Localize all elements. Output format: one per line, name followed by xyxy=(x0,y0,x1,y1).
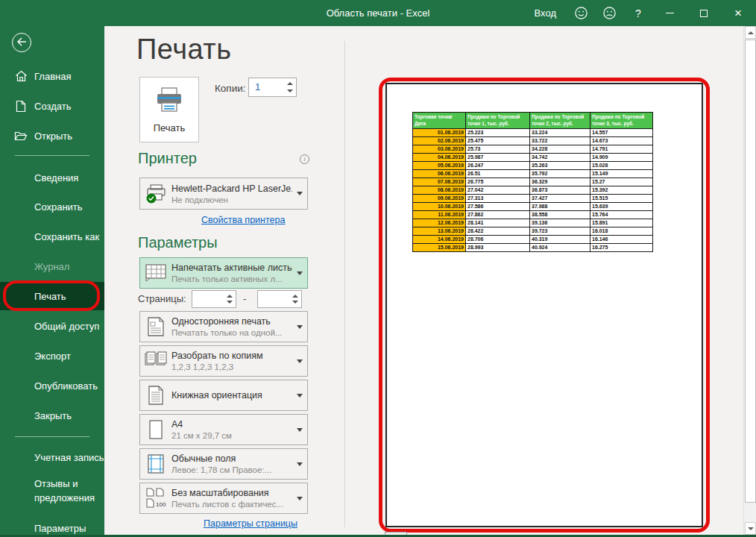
sidebar-item-publish[interactable]: Опубликовать xyxy=(0,371,104,400)
scaling-dropdown[interactable]: 100 Без масштабирования Печать листов с … xyxy=(139,483,308,514)
sidebar-item-save[interactable]: Сохранить xyxy=(0,192,104,221)
table-row: 13.06.201928.42239.72316.018 xyxy=(413,227,653,235)
value-cell: 15.639 xyxy=(590,202,653,210)
value-cell: 33.722 xyxy=(530,136,590,145)
printer-status-icon xyxy=(140,183,171,204)
sidebar-item-export[interactable]: Экспорт xyxy=(0,342,104,370)
date-cell: 15.06.2019 xyxy=(413,243,466,251)
smiley-sad-icon[interactable] xyxy=(595,0,623,26)
table-row: 02.06.201925.47533.72214.673 xyxy=(413,136,653,145)
chevron-down-icon xyxy=(292,394,307,398)
table-header-cell: Продажи по Торговой точке 3, тыс. руб. xyxy=(590,113,653,129)
date-cell: 07.06.2019 xyxy=(413,178,466,186)
value-cell: 14.909 xyxy=(590,153,653,161)
table-row: 06.06.201926.5135.79215.149 xyxy=(413,169,653,178)
date-cell: 08.06.2019 xyxy=(413,186,466,194)
scroll-down-button[interactable] xyxy=(745,522,756,535)
pages-from-stepper[interactable] xyxy=(192,290,236,308)
date-cell: 13.06.2019 xyxy=(413,227,466,235)
smiley-happy-icon[interactable] xyxy=(567,0,595,26)
table-row: 09.06.201927.31337.42715.515 xyxy=(413,194,653,202)
sidebar-item-save-as[interactable]: Сохранить как xyxy=(0,222,104,251)
value-cell: 25.987 xyxy=(466,153,530,161)
printer-properties-link[interactable]: Свойства принтера xyxy=(201,215,285,225)
table-row: 03.06.201925.7334.22814.791 xyxy=(413,145,653,153)
printer-name: Hewlett-Packard HP LaserJe... xyxy=(171,183,292,194)
value-cell: 14.673 xyxy=(590,136,653,145)
arrow-up-icon[interactable] xyxy=(287,82,293,85)
value-cell: 28.993 xyxy=(466,243,530,251)
settings-section-heading: Параметры xyxy=(138,234,218,251)
sidebar-item-new[interactable]: Создать xyxy=(0,92,104,120)
sidebar-item-share[interactable]: Общий доступ xyxy=(0,312,104,340)
arrow-down-icon[interactable] xyxy=(292,301,298,304)
arrow-down-icon xyxy=(748,527,754,530)
value-cell: 39.136 xyxy=(530,219,590,227)
table-row: 08.06.201927.04236.87315.392 xyxy=(413,186,653,194)
maximize-button[interactable] xyxy=(687,0,720,26)
orientation-dropdown[interactable]: Книжная ориентация xyxy=(139,380,308,411)
sidebar-item-options[interactable]: Параметры xyxy=(0,514,104,537)
svg-text:100: 100 xyxy=(156,501,166,508)
sidebar-item-open[interactable]: Открыть xyxy=(0,122,104,150)
table-row: 10.06.201927.58637.98815.639 xyxy=(413,202,653,210)
value-cell: 25.223 xyxy=(466,128,530,136)
minimize-button[interactable] xyxy=(653,0,687,26)
chevron-down-icon xyxy=(292,497,307,500)
chevron-down-icon xyxy=(292,428,307,432)
info-icon[interactable]: i xyxy=(300,154,309,164)
sidebar-item-close-file[interactable]: Закрыть xyxy=(0,401,104,430)
arrow-down-icon[interactable] xyxy=(227,301,233,304)
pages-to-value[interactable] xyxy=(258,291,289,307)
margins-dropdown[interactable]: Обычные поля Левое: 1,78 см Правое:... xyxy=(139,448,308,480)
pages-to-stepper[interactable] xyxy=(257,290,302,308)
sidebar-item-history[interactable]: Журнал xyxy=(0,252,104,280)
print-what-dropdown[interactable]: Напечатать активные листы Печать только … xyxy=(139,257,308,289)
sidebar-item-info[interactable]: Сведения xyxy=(0,163,104,192)
print-button[interactable]: Печать xyxy=(139,77,199,142)
date-cell: 11.06.2019 xyxy=(413,210,466,219)
sidebar-item-feedback[interactable]: Отзывы и предложения xyxy=(0,473,104,509)
copies-value[interactable]: 1 xyxy=(249,78,284,96)
pages-from-value[interactable] xyxy=(192,291,224,307)
value-cell: 26.51 xyxy=(466,169,530,178)
date-cell: 14.06.2019 xyxy=(413,235,466,243)
portrait-orientation-icon xyxy=(140,385,171,406)
help-button[interactable]: ? xyxy=(623,0,653,26)
stepper-arrows[interactable] xyxy=(284,78,296,96)
page-setup-link[interactable]: Параметры страницы xyxy=(204,518,297,529)
scroll-up-button[interactable] xyxy=(745,26,756,39)
copies-stepper[interactable]: 1 xyxy=(248,78,297,97)
arrow-up-icon[interactable] xyxy=(227,295,233,298)
scrollbar-thumb[interactable] xyxy=(745,40,756,503)
sidebar-item-home[interactable]: Главная xyxy=(0,62,104,90)
value-cell: 36.329 xyxy=(530,178,590,186)
value-cell: 27.313 xyxy=(466,194,530,202)
pages-separator: - xyxy=(243,293,246,304)
table-row: 11.06.201927.86238.55815.764 xyxy=(413,210,653,219)
duplex-dropdown[interactable]: Односторонняя печать Печатать только на … xyxy=(139,311,308,342)
value-cell: 26.247 xyxy=(466,161,530,169)
arrow-down-icon[interactable] xyxy=(287,90,293,92)
open-folder-icon xyxy=(14,129,28,142)
collate-dropdown[interactable]: Разобрать по копиям 1,2,3 1,2,3 1,2,3 xyxy=(139,345,308,377)
table-row: 07.06.201926.77536.32915.27 xyxy=(413,178,653,186)
value-cell: 26.775 xyxy=(466,178,530,186)
preview-table-body: 01.06.201925.22333.22414.55702.06.201925… xyxy=(413,128,653,251)
vertical-scrollbar[interactable] xyxy=(743,26,756,536)
chevron-down-icon xyxy=(292,192,307,195)
copies-label: Копии: xyxy=(215,83,246,94)
back-button[interactable] xyxy=(12,33,31,52)
value-cell: 15.149 xyxy=(590,169,653,178)
close-button[interactable]: × xyxy=(720,0,756,26)
sidebar-item-print[interactable]: Печать xyxy=(0,282,104,310)
value-cell: 27.586 xyxy=(466,202,530,210)
sign-in-button[interactable]: Вход xyxy=(524,0,567,26)
value-cell: 25.475 xyxy=(466,136,530,145)
arrow-up-icon[interactable] xyxy=(292,295,298,298)
date-cell: 10.06.2019 xyxy=(413,202,466,210)
sidebar-item-account[interactable]: Учетная запись xyxy=(0,443,104,471)
printer-dropdown[interactable]: Hewlett-Packard HP LaserJe... Не подключ… xyxy=(139,178,308,210)
table-row: 14.06.201928.70640.31916.146 xyxy=(413,235,653,243)
paper-size-dropdown[interactable]: A4 21 см x 29,7 см xyxy=(139,414,308,445)
